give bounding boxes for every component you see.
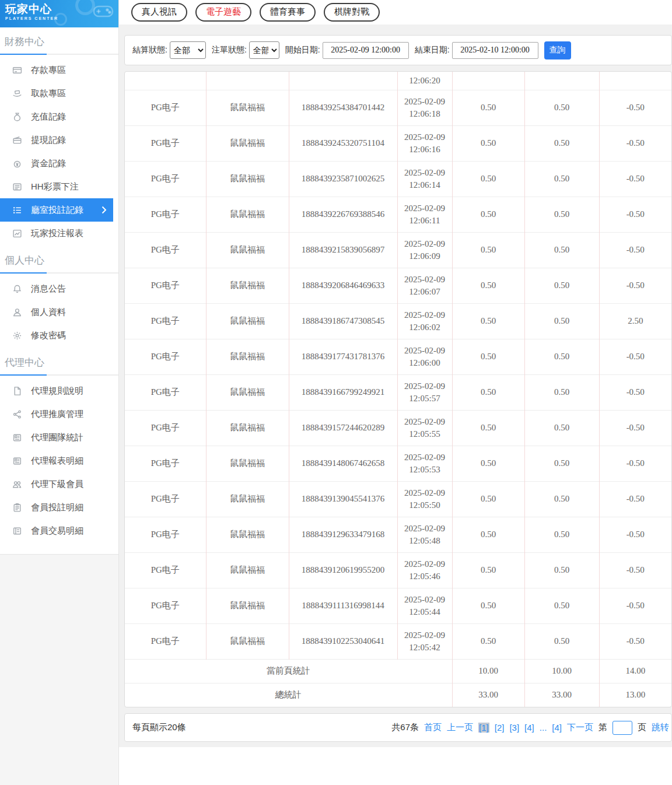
game-cell: 鼠鼠福福: [206, 552, 289, 588]
datetime-cell: 2025-02-0912:06:14: [397, 161, 452, 197]
sidebar-item[interactable]: 提現記錄: [0, 128, 113, 152]
order-id-cell: 1888439177431781376: [289, 339, 397, 374]
logo-circle-decoration: [54, 13, 67, 26]
sidebar: 玩家中心 PLAYERS CENTER 財務中心存款專區取款專區充值記錄提現記錄…: [0, 0, 119, 785]
vendor-cell: PG电子: [125, 410, 206, 446]
sidebar-item[interactable]: 玩家投注報表: [0, 222, 113, 245]
table-row: PG电子鼠鼠福福18884391867473085452025-02-0912:…: [125, 303, 671, 339]
table-row: PG电子鼠鼠福福18884391390455413762025-02-0912:…: [125, 481, 671, 517]
next-page-link[interactable]: 下一页: [567, 722, 593, 733]
sidebar-item-label: 資金記錄: [31, 158, 66, 169]
sidebar-item[interactable]: 消息公告: [0, 277, 113, 300]
vendor-cell: PG电子: [125, 517, 206, 552]
sidebar-item[interactable]: 代理推廣管理: [0, 402, 113, 426]
tab-category[interactable]: 真人視訊: [131, 3, 187, 22]
start-date-input[interactable]: [323, 42, 409, 59]
table-row: PG电子鼠鼠福福18884391296334791682025-02-0912:…: [125, 517, 671, 552]
sidebar-item[interactable]: 代理規則說明: [0, 379, 113, 402]
recharge-record-icon: [12, 112, 22, 122]
jump-button[interactable]: 跳转: [652, 722, 669, 733]
search-button[interactable]: 查詢: [544, 41, 571, 59]
prev-page-link[interactable]: 上一页: [447, 722, 473, 733]
profile-icon: [12, 307, 22, 317]
sidebar-item[interactable]: 會員交易明細: [0, 519, 113, 542]
member-bets-icon: [12, 503, 22, 513]
datetime-cell: 2025-02-0912:05:55: [397, 410, 452, 446]
summary-winloss-cell: 14.00: [599, 659, 671, 683]
vendor-cell: PG电子: [125, 303, 206, 339]
team-stats-icon: [12, 433, 22, 443]
game-cell: 鼠鼠福福: [206, 623, 289, 659]
page-jump-input[interactable]: [612, 721, 632, 735]
datetime-cell: 2025-02-0912:05:46: [397, 552, 452, 588]
gear-icon: [12, 331, 22, 341]
vendor-cell: PG电子: [125, 481, 206, 517]
sidebar-item[interactable]: 存款專區: [0, 58, 113, 82]
section-divider: [0, 272, 118, 274]
winloss-cell: -0.50: [599, 588, 671, 623]
game-cell: 鼠鼠福福: [206, 161, 289, 197]
sidebar-item-label: 會員交易明細: [31, 525, 83, 537]
bet-amount-cell: 0.50: [452, 623, 524, 659]
sidebar-item[interactable]: HH彩票下注: [0, 175, 113, 198]
funds-record-icon: [12, 159, 22, 169]
sidebar-item-label: 代理規則說明: [31, 386, 83, 397]
section-divider: [0, 374, 118, 376]
filter-bar: 結算狀態: 全部 注單狀態: 全部 開始日期: 結束日期: 查詢: [124, 35, 672, 65]
bet-amount-cell: 0.50: [452, 481, 524, 517]
winloss-cell: -0.50: [599, 623, 671, 659]
page-link[interactable]: [4]: [552, 723, 562, 733]
sidebar-item[interactable]: 取款專區: [0, 82, 113, 105]
bet-amount-cell: 0.50: [452, 410, 524, 446]
sidebar-item[interactable]: 會員投註明細: [0, 496, 113, 519]
bet-amount-cell: 0.50: [452, 125, 524, 161]
page-ellipsis: ...: [540, 723, 547, 733]
order-status-select[interactable]: 全部: [249, 41, 279, 59]
settle-status-select[interactable]: 全部: [170, 41, 206, 59]
bet-amount-cell: 0.50: [452, 552, 524, 588]
order-id-cell: 1888439102253040641: [289, 623, 397, 659]
vendor-cell: PG电子: [125, 232, 206, 268]
summary-row: 當前頁統計10.0010.0014.00: [125, 659, 671, 683]
sidebar-item-label: 取款專區: [31, 88, 66, 99]
tab-category[interactable]: 體育賽事: [260, 3, 316, 22]
sidebar-item[interactable]: 充值記錄: [0, 105, 113, 128]
game-cell: 鼠鼠福福: [206, 90, 289, 125]
order-status-label: 注單狀態:: [212, 45, 247, 55]
game-cell: 鼠鼠福福: [206, 446, 289, 481]
end-date-input[interactable]: [452, 42, 538, 59]
vendor-cell: PG电子: [125, 197, 206, 232]
valid-bet-cell: 0.50: [524, 410, 599, 446]
tab-active[interactable]: 電子遊藝: [195, 3, 251, 22]
first-page-link[interactable]: 首页: [424, 722, 442, 733]
sidebar-item-label: 消息公告: [31, 283, 66, 295]
page-link[interactable]: [3]: [509, 723, 519, 733]
chevron-right-icon: [102, 206, 107, 214]
datetime-cell: 2025-02-0912:06:09: [397, 232, 452, 268]
table-row: PG电子鼠鼠福福18884391206199552002025-02-0912:…: [125, 552, 671, 588]
sidebar-item[interactable]: 代理團隊統計: [0, 426, 113, 449]
jump-suffix-label: 页: [638, 722, 646, 733]
page-link[interactable]: [2]: [495, 723, 505, 733]
page-link[interactable]: [4]: [524, 723, 534, 733]
game-cell: 鼠鼠福福: [206, 481, 289, 517]
datetime-cell: 2025-02-0912:06:11: [397, 197, 452, 232]
sidebar-item[interactable]: 修改密碼: [0, 324, 113, 347]
sidebar-section-header: 代理中心: [0, 347, 118, 374]
sidebar-item[interactable]: 個人資料: [0, 300, 113, 324]
summary-valid-cell: 10.00: [524, 659, 599, 683]
order-id-cell: 1888439226769388546: [289, 197, 397, 232]
tab-category[interactable]: 棋牌對戰: [324, 3, 380, 22]
sidebar-item[interactable]: 代理下級會員: [0, 472, 113, 496]
order-id-cell: 1888439166799249921: [289, 374, 397, 410]
game-cell: 鼠鼠福福: [206, 197, 289, 232]
valid-bet-cell: 0.50: [524, 374, 599, 410]
page-link-current[interactable]: [1]: [478, 723, 489, 733]
datetime-cell: 2025-02-0912:05:42: [397, 623, 452, 659]
order-id-cell: 1888439245320751104: [289, 125, 397, 161]
table-row-clipped: 12:06:20: [125, 72, 671, 90]
sidebar-item[interactable]: 廳室投註記錄: [0, 198, 113, 222]
summary-winloss-cell: 13.00: [599, 683, 671, 707]
sidebar-item[interactable]: 代理報表明細: [0, 449, 113, 472]
sidebar-item[interactable]: 資金記錄: [0, 152, 113, 175]
